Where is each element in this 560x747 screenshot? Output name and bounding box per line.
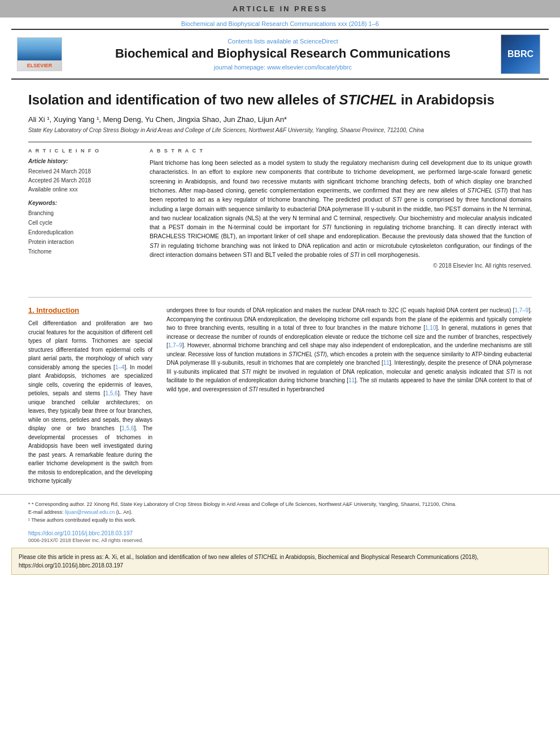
authors-text: Ali Xi ¹, Xuying Yang ¹, Meng Deng, Yu C… <box>28 115 287 124</box>
introduction-section: 1. Introduction Cell differentiation and… <box>0 306 560 486</box>
journal-header: ELSEVIER Contents lists available at Sci… <box>11 29 549 80</box>
keyword-trichome: Trichome <box>28 247 135 256</box>
article-title-italic: STICHEL <box>339 92 397 107</box>
footnote-note: ¹ These authors contributed equally to t… <box>28 516 532 524</box>
journal-header-center: Contents lists available at ScienceDirec… <box>71 38 495 70</box>
bbrc-image: BBRC <box>501 34 540 74</box>
footnote-corresponding: * * Corresponding author. 22 Xinong Rd, … <box>28 500 532 508</box>
article-in-press-banner: ARTICLE IN PRESS <box>0 0 560 18</box>
citation-prefix: Please cite this article in press as: A.… <box>19 554 254 560</box>
abstract-section-header: A B S T R A C T <box>150 148 532 154</box>
footnote-email: E-mail address: lijuan@nwsuaf.edu.cn (L.… <box>28 508 532 516</box>
footnote-email-label: E-mail address: <box>28 509 64 515</box>
elsevier-label: ELSEVIER <box>27 63 53 68</box>
footnote-email-link[interactable]: lijuan@nwsuaf.edu.cn <box>65 509 115 515</box>
article-info-abstract: A R T I C L E I N F O Article history: R… <box>28 142 532 269</box>
homepage-label: journal homepage: <box>214 64 265 71</box>
doi-text: https://doi.org/10.1016/j.bbrc.2018.03.1… <box>28 530 133 536</box>
keyword-branching: Branching <box>28 208 135 218</box>
keyword-endoreduplication: Endoreduplication <box>28 228 135 237</box>
homepage-url[interactable]: www.elsevier.com/locate/ybbrc <box>267 64 352 71</box>
article-info-dates: Received 24 March 2018 Accepted 26 March… <box>28 167 135 194</box>
intro-right-text: undergoes three to four rounds of DNA re… <box>167 306 532 394</box>
available-date: Available online xxx <box>28 185 135 194</box>
elsevier-logo: ELSEVIER <box>17 37 65 71</box>
keywords-list: Branching Cell cycle Endoreduplication P… <box>28 208 135 256</box>
keyword-protein-interaction: Protein interaction <box>28 237 135 247</box>
journal-line-text: Biochemical and Biophysical Research Com… <box>181 20 379 27</box>
doi-line[interactable]: https://doi.org/10.1016/j.bbrc.2018.03.1… <box>0 527 560 538</box>
article-history-label: Article history: <box>28 158 135 164</box>
banner-text: ARTICLE IN PRESS <box>233 5 328 13</box>
journal-line: Biochemical and Biophysical Research Com… <box>0 18 560 29</box>
bbrc-label: BBRC <box>508 49 533 59</box>
intro-left-col: 1. Introduction Cell differentiation and… <box>28 306 152 486</box>
affiliation: State Key Laboratory of Crop Stress Biol… <box>28 127 532 133</box>
main-content: Isolation and identification of two new … <box>0 80 560 289</box>
abstract-col: A B S T R A C T Plant trichome has long … <box>150 148 532 269</box>
accepted-date: Accepted 26 March 2018 <box>28 176 135 185</box>
page: ARTICLE IN PRESS Biochemical and Biophys… <box>0 0 560 747</box>
article-title: Isolation and identification of two new … <box>28 91 532 108</box>
bbrc-logo: BBRC <box>501 34 543 74</box>
elsevier-image: ELSEVIER <box>17 37 62 71</box>
footnote-corresponding-text: * Corresponding author. 22 Xinong Rd, St… <box>32 501 456 507</box>
section-divider <box>28 297 532 298</box>
citation-bar: Please cite this article in press as: A.… <box>11 548 549 575</box>
sciencedirect-prefix: Contents lists available at <box>228 38 298 45</box>
sciencedirect-link-text[interactable]: ScienceDirect <box>300 38 338 45</box>
intro-heading: 1. Introduction <box>28 306 152 314</box>
footnotes: * * Corresponding author. 22 Xinong Rd, … <box>0 494 560 527</box>
issn-line: 0006-291X/© 2018 Elsevier Inc. All right… <box>0 538 560 548</box>
citation-italic: STICHEL <box>254 554 278 560</box>
footnote-email-end: (L. An). <box>116 509 133 515</box>
intro-left-text: Cell differentiation and proliferation a… <box>28 319 152 486</box>
received-date: Received 24 March 2018 <box>28 167 135 176</box>
copyright: © 2018 Elsevier Inc. All rights reserved… <box>150 263 532 269</box>
journal-homepage-line: journal homepage: www.elsevier.com/locat… <box>71 64 495 71</box>
abstract-text: Plant trichome has long been selected as… <box>150 158 532 259</box>
authors: Ali Xi ¹, Xuying Yang ¹, Meng Deng, Yu C… <box>28 115 532 124</box>
keywords-label: Keywords: <box>28 200 135 206</box>
article-info-col: A R T I C L E I N F O Article history: R… <box>28 148 135 269</box>
sciencedirect-line: Contents lists available at ScienceDirec… <box>71 38 495 45</box>
article-title-end: in Arabidopsis <box>397 92 494 107</box>
intro-right-col: undergoes three to four rounds of DNA re… <box>167 306 532 486</box>
elsevier-image-graphic <box>18 38 62 60</box>
article-info-section-header: A R T I C L E I N F O <box>28 148 135 154</box>
keyword-cell-cycle: Cell cycle <box>28 218 135 228</box>
journal-title: Biochemical and Biophysical Research Com… <box>71 46 495 61</box>
article-title-plain: Isolation and identification of two new … <box>28 92 339 107</box>
